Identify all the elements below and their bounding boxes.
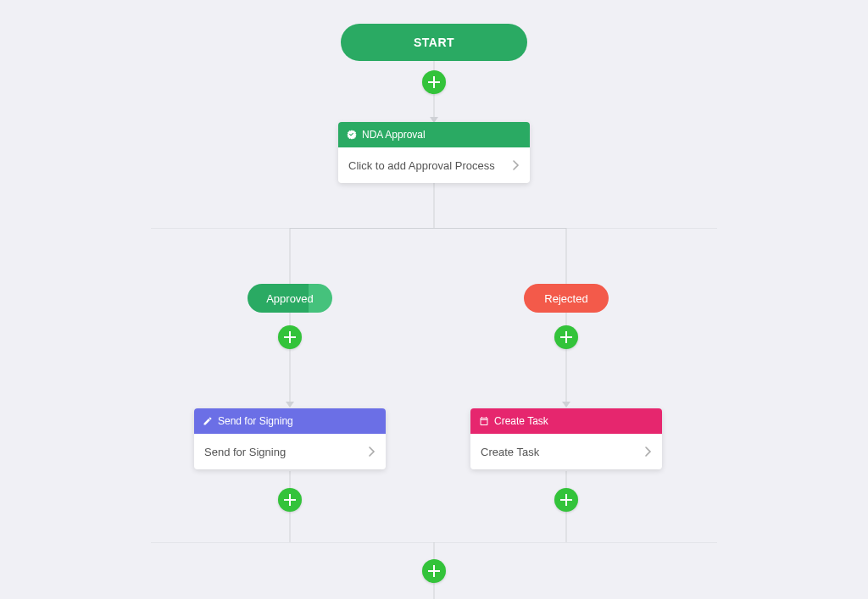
branch-label: Approved xyxy=(266,292,314,305)
card-title: Create Task xyxy=(494,415,548,427)
workflow-canvas: START NDA Approval Click to add Approval… xyxy=(0,0,868,599)
add-step-button[interactable] xyxy=(422,559,446,583)
plus-icon xyxy=(428,565,440,577)
plus-icon xyxy=(428,76,440,88)
add-step-button[interactable] xyxy=(554,325,578,349)
arrow-down-icon xyxy=(286,402,294,408)
card-header: Create Task xyxy=(470,408,662,434)
chevron-right-icon xyxy=(513,160,520,170)
card-header: Send for Signing xyxy=(194,408,386,434)
chevron-right-icon xyxy=(369,446,376,457)
connector xyxy=(566,228,567,284)
branch-approved-pill[interactable]: Approved xyxy=(248,284,332,313)
seal-icon xyxy=(347,130,357,140)
pencil-icon xyxy=(203,416,213,426)
plus-icon xyxy=(284,331,296,343)
plus-icon xyxy=(560,494,572,506)
add-step-button[interactable] xyxy=(278,325,302,349)
connector xyxy=(290,228,291,284)
card-body-text: Click to add Approval Process xyxy=(348,159,495,172)
connector xyxy=(434,183,435,229)
card-body-text: Send for Signing xyxy=(204,446,286,458)
card-header: NDA Approval xyxy=(338,122,530,147)
approval-card[interactable]: NDA Approval Click to add Approval Proce… xyxy=(338,122,530,183)
add-step-button[interactable] xyxy=(422,70,446,94)
plus-icon xyxy=(284,494,296,506)
card-body: Send for Signing xyxy=(194,434,386,469)
card-body-text: Create Task xyxy=(481,446,539,458)
card-body: Click to add Approval Process xyxy=(338,147,530,183)
arrow-down-icon xyxy=(562,402,570,408)
branch-rejected-pill[interactable]: Rejected xyxy=(524,284,609,313)
add-step-button[interactable] xyxy=(278,488,302,512)
branch-label: Rejected xyxy=(544,292,587,305)
card-body: Create Task xyxy=(470,434,662,469)
start-node[interactable]: START xyxy=(341,24,527,61)
create-task-card[interactable]: Create Task Create Task xyxy=(470,408,662,469)
plus-icon xyxy=(560,331,572,343)
card-title: Send for Signing xyxy=(218,415,293,427)
card-title: NDA Approval xyxy=(362,129,426,141)
send-for-signing-card[interactable]: Send for Signing Send for Signing xyxy=(194,408,386,469)
start-label: START xyxy=(414,36,454,49)
chevron-right-icon xyxy=(645,446,652,457)
add-step-button[interactable] xyxy=(554,488,578,512)
connector xyxy=(290,228,566,229)
calendar-icon xyxy=(479,416,489,426)
